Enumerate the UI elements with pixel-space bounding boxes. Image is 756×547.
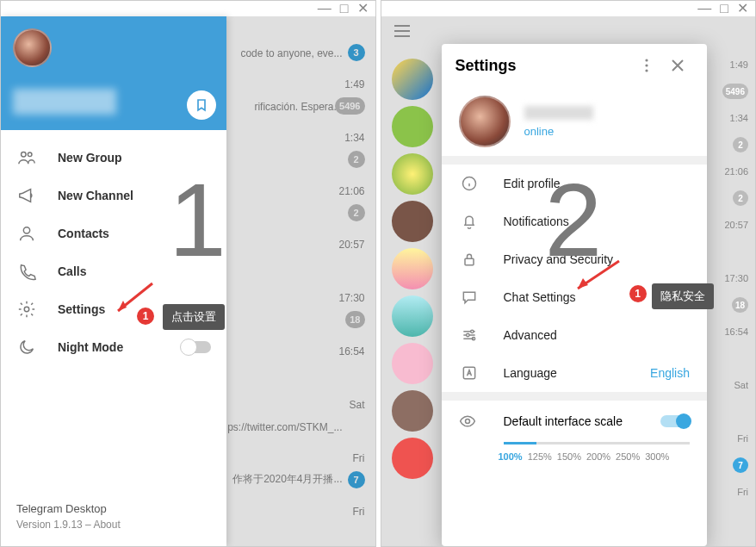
chat-meta: Fri [714,480,755,533]
scale-slider[interactable] [504,442,691,444]
row-label: Privacy and Security [504,252,691,266]
maximize-icon[interactable]: □ [720,2,728,16]
right-window: — □ ✕ 1:4954961:34221:06220:5717:301816:… [381,0,757,547]
chat-avatar[interactable] [392,153,433,195]
chat-meta: 17:3018 [714,266,755,320]
minimize-icon[interactable]: — [318,2,332,16]
svg-point-0 [22,152,26,158]
maximize-icon[interactable]: □ [340,2,349,16]
menu-icon[interactable] [393,25,411,37]
separator [442,392,708,401]
svg-point-10 [466,333,468,336]
svg-point-3 [24,307,29,312]
profile-info: online [524,106,593,138]
menu-calls[interactable]: Calls [1,252,226,290]
menu-label: Calls [58,264,86,278]
profile-section[interactable]: online [442,87,708,165]
menu-label: Night Mode [58,340,123,354]
interface-scale-section: Default interface scale 100%125%150%200%… [442,401,708,479]
menu-list: New Group New Channel Contacts Calls Set… [1,130,226,492]
chat-avatar[interactable] [392,248,433,289]
chat-times-column: 1:4954961:34221:06220:5717:301816:54SatF… [714,53,755,533]
minimize-icon[interactable]: — [697,2,711,16]
svg-point-1 [28,152,32,157]
settings-title: Settings [455,57,632,75]
more-icon[interactable] [631,50,662,81]
settings-language[interactable]: Language English [442,354,708,392]
svg-point-13 [465,420,469,424]
row-label: Chat Settings [504,290,691,304]
avatar[interactable] [13,28,52,67]
svg-point-6 [645,69,648,71]
chat-avatars-column [387,53,438,485]
phone-icon [16,261,37,282]
chat-avatar[interactable] [392,438,433,479]
person-icon [16,223,37,244]
saved-messages-button[interactable] [187,90,216,120]
settings-dialog: Settings online Edit profile Notificatio… [442,44,708,546]
chat-avatar[interactable] [392,59,433,100]
main-menu-drawer: New Group New Channel Contacts Calls Set… [1,16,226,546]
row-label: Notifications [504,214,691,228]
chat-meta: 16:54 [714,320,755,373]
scale-option[interactable]: 100% [499,451,523,462]
scale-options: 100%125%150%200%250%300% [499,451,691,462]
sliders-icon [459,326,480,344]
avatar [459,96,511,147]
svg-point-5 [645,64,648,66]
chat-avatar[interactable] [392,201,433,242]
chat-avatar[interactable] [392,106,433,147]
menu-label: New Channel [58,189,133,202]
megaphone-icon [16,185,37,206]
eye-icon [459,413,480,430]
menu-settings[interactable]: Settings [1,290,226,328]
moon-icon [16,337,37,357]
svg-point-9 [470,330,473,333]
scale-option[interactable]: 250% [616,451,640,462]
close-icon[interactable]: ✕ [737,2,748,16]
scale-option[interactable]: 300% [645,451,669,462]
profile-name [524,106,593,120]
settings-chat-settings[interactable]: Chat Settings [442,278,708,316]
left-window: — □ ✕ code to anyone, eve...3rificación.… [0,0,376,547]
group-icon [16,147,37,168]
language-icon [459,364,480,382]
bell-icon [459,213,480,230]
chat-meta: 1:342 [714,106,755,159]
scale-option[interactable]: 150% [557,451,581,462]
row-value: English [650,366,690,380]
username [13,89,116,115]
svg-point-2 [23,227,29,233]
close-icon[interactable] [662,50,693,81]
menu-new-group[interactable]: New Group [1,139,226,177]
app-version[interactable]: Version 1.9.13 – About [16,519,211,531]
svg-rect-8 [465,258,474,265]
settings-edit-profile[interactable]: Edit profile [442,165,708,202]
app-name: Telegram Desktop [16,502,211,515]
close-icon[interactable]: ✕ [357,2,369,16]
scale-option[interactable]: 200% [586,451,610,462]
row-label: Edit profile [504,177,691,190]
svg-point-4 [645,59,648,61]
lock-icon [459,251,480,268]
settings-notifications[interactable]: Notifications [442,202,708,240]
chat-icon [459,289,480,306]
chat-meta: Fri7 [714,426,755,480]
settings-advanced[interactable]: Advanced [442,316,708,354]
settings-privacy-security[interactable]: Privacy and Security [442,240,708,278]
night-mode-toggle[interactable] [182,341,211,353]
settings-list: Edit profile Notifications Privacy and S… [442,165,708,392]
menu-new-channel[interactable]: New Channel [1,177,226,214]
chat-meta: 1:495496 [714,53,755,106]
chat-meta: 20:57 [714,213,755,266]
scale-label: Default interface scale [504,414,661,428]
chat-avatar[interactable] [392,343,433,384]
chat-avatar[interactable] [392,295,433,337]
scale-toggle[interactable] [660,415,690,427]
drawer-header [1,16,226,130]
menu-label: Settings [58,302,105,316]
menu-night-mode[interactable]: Night Mode [1,328,226,366]
menu-contacts[interactable]: Contacts [1,214,226,252]
scale-option[interactable]: 125% [528,451,552,462]
chat-avatar[interactable] [392,390,433,432]
